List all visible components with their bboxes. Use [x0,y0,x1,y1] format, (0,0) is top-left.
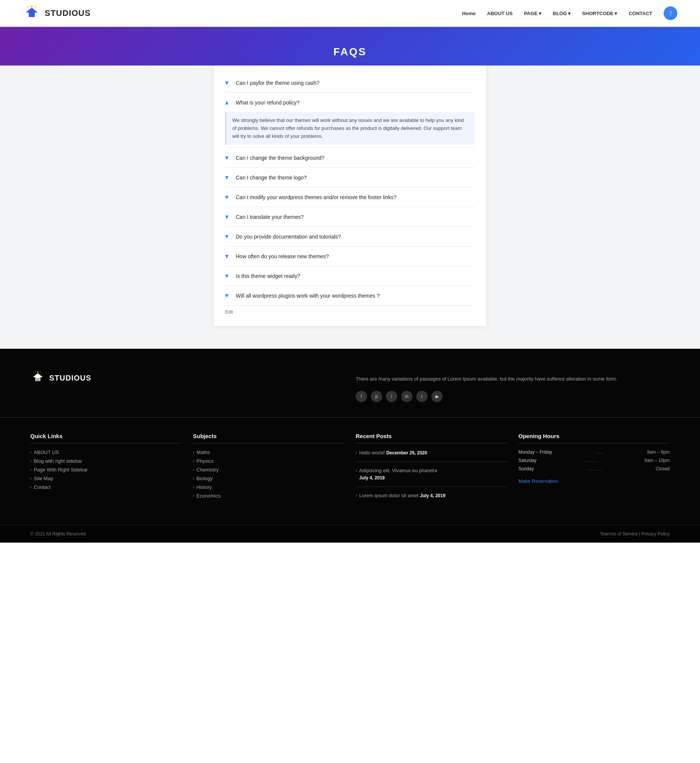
chevron-icon: › [30,450,31,454]
faq-card: Can I payfor the theme using cash? What … [214,66,486,326]
faq-chevron-6 [225,213,231,220]
svg-point-0 [31,6,33,7]
faq-question-10[interactable]: Will all wordpress plugins work with you… [225,286,475,305]
subject-economics[interactable]: › Economics [193,493,344,499]
page-dropdown-icon: ▾ [539,11,541,16]
logo[interactable]: STUDIOUS [23,6,91,21]
quick-link-page-sidebar[interactable]: › Page With Right Sidebar [30,467,181,473]
faq-question-6[interactable]: Can I translate your themes? [225,207,475,226]
share-button[interactable]: ⤴ [664,6,677,20]
quick-link-sitemap[interactable]: › Site Map [30,476,181,481]
page-title: FAQS [0,46,700,58]
subject-chemistry[interactable]: › Chemistry [193,467,344,473]
faq-question-2[interactable]: What is your refund policy? [225,93,475,112]
faq-chevron-5 [225,193,231,201]
copyright-text: © 2021 All Rights Reserved [30,531,86,537]
subjects-title: Subjects [193,433,344,443]
faq-question-8[interactable]: How often do you release new themes? [225,246,475,266]
twitter-icon[interactable]: t [416,391,428,402]
footer-opening-hours: Opening Hours Monday – Friday ....... 9a… [519,433,670,510]
footer-logo: STUDIOUS [30,371,344,384]
edit-link[interactable]: Edit [225,309,475,315]
faq-item-5: Can I modify your wordpress themes and/o… [225,188,475,207]
quick-link-contact[interactable]: › Contact [30,484,181,490]
bullet-icon: › [356,468,357,473]
faq-chevron-8 [225,252,231,260]
chevron-icon: › [30,476,31,481]
instagram-icon[interactable]: i [386,391,397,402]
recent-post-2: › Adipiscing elit. Vivamus eu pharetra J… [356,467,507,487]
nav-home[interactable]: Home [462,11,476,16]
recent-post-3-title[interactable]: › Lorem ipsum dolor sit amet July 4, 201… [356,492,507,499]
bullet-icon: › [356,450,357,456]
faq-chevron-4 [225,174,231,181]
quick-link-blog-sidebar[interactable]: › Blog with right sidebar [30,458,181,464]
subject-physics[interactable]: › Physics [193,458,344,464]
faq-item-2: What is your refund policy? We strongly … [225,93,475,148]
pinterest-icon[interactable]: p [371,391,382,402]
nav-shortcode[interactable]: SHORTCODE ▾ [582,11,617,16]
svg-rect-3 [36,378,40,381]
header: STUDIOUS Home ABOUT US PAGE ▾ BLOG ▾ SHO… [0,0,700,27]
faq-question-3[interactable]: Can I change the theme background? [225,148,475,168]
subject-biology[interactable]: › Biology [193,476,344,481]
shortcode-dropdown-icon: ▾ [614,11,617,16]
footer-columns: Quick Links › ABOUT US › Blog with right… [0,418,700,525]
chevron-icon: › [30,485,31,489]
faq-item-10: Will all wordpress plugins work with you… [225,286,475,306]
recent-post-3: › Lorem ipsum dolor sit amet July 4, 201… [356,492,507,504]
logo-text: STUDIOUS [45,8,91,18]
subject-maths[interactable]: › Maths [193,450,344,455]
faq-question-7[interactable]: Do you provide documentation and tutoria… [225,227,475,246]
nav-about[interactable]: ABOUT US [487,11,513,16]
chevron-icon: › [193,494,194,498]
make-reservation-link[interactable]: Make Reservation [519,478,558,484]
chevron-icon: › [193,485,194,489]
faq-question-1[interactable]: Can I payfor the theme using cash? [225,73,475,92]
faq-item-4: Can I change the theme logo? [225,168,475,188]
faq-question-4[interactable]: Can I change the theme logo? [225,168,475,187]
opening-hours-title: Opening Hours [519,433,670,443]
svg-rect-1 [30,13,34,17]
footer-logo-text: STUDIOUS [49,374,91,382]
footer-recent-posts: Recent Posts › Hello world! December 25,… [356,433,507,510]
share-icon: ⤴ [669,10,672,16]
footer-tagline-area: There are many variations of passages of… [356,371,670,402]
faq-item-7: Do you provide documentation and tutoria… [225,227,475,246]
faq-chevron-1 [225,79,231,86]
faq-chevron-2 [225,99,231,106]
recent-post-2-title[interactable]: › Adipiscing elit. Vivamus eu pharetra J… [356,467,507,481]
linkedin-icon[interactable]: in [401,391,412,402]
faq-item-8: How often do you release new themes? [225,246,475,266]
nav-page[interactable]: PAGE ▾ [524,11,541,16]
faq-chevron-7 [225,233,231,240]
recent-posts-title: Recent Posts [356,433,507,443]
faq-answer-2: We strongly believe that our themes will… [225,112,475,145]
nav-blog[interactable]: BLOG ▾ [553,11,571,16]
nav-contact[interactable]: CONTACT [628,11,652,16]
recent-post-1: › Hello world! December 25, 2020 [356,450,507,462]
subject-history[interactable]: › History [193,484,344,490]
footer-top: STUDIOUS There are many variations of pa… [0,349,700,418]
faq-chevron-3 [225,154,231,161]
hours-monday-friday: Monday – Friday ....... 9am – 6pm [519,450,670,455]
quick-link-about[interactable]: › ABOUT US [30,450,181,455]
bullet-icon: › [356,493,357,498]
blog-dropdown-icon: ▾ [568,11,570,16]
logo-icon [23,6,41,21]
facebook-icon[interactable]: f [356,391,367,402]
footer-subjects: Subjects › Maths › Physics › Chemistry ›… [193,433,344,510]
footer-logo-icon [30,371,45,384]
footer-quick-links: Quick Links › ABOUT US › Blog with right… [30,433,181,510]
footer-brand: STUDIOUS [30,371,344,402]
faq-item-3: Can I change the theme background? [225,148,475,168]
recent-post-1-title[interactable]: › Hello world! December 25, 2020 [356,450,507,456]
youtube-icon[interactable]: ▶ [431,391,443,402]
chevron-icon: › [30,468,31,472]
chevron-icon: › [193,468,194,472]
faq-question-5[interactable]: Can I modify your wordpress themes and/o… [225,188,475,207]
faq-chevron-9 [225,272,231,279]
legal-links[interactable]: Tearrms of Service | Privacy Policy [600,531,670,537]
footer-bottom: © 2021 All Rights Reserved Tearrms of Se… [0,525,700,543]
faq-question-9[interactable]: Is this theme widget ready? [225,266,475,285]
